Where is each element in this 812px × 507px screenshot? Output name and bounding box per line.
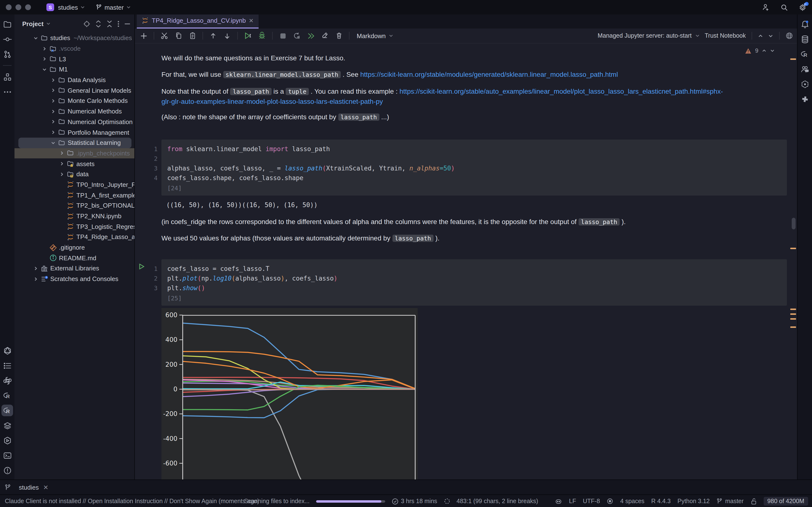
git-branch-widget[interactable]: master xyxy=(717,498,744,505)
branch-switcher[interactable]: master xyxy=(96,4,131,11)
todo-icon[interactable] xyxy=(1,360,13,371)
run-all-cells-button[interactable] xyxy=(306,31,316,41)
chevron-right-icon[interactable] xyxy=(32,266,40,271)
tree-item-tp2-knn-ipynb[interactable]: TP2_KNN.ipynb xyxy=(14,211,134,221)
clear-outputs-button[interactable] xyxy=(320,31,329,41)
stripe-mark[interactable] xyxy=(790,308,796,310)
stripe-mark[interactable] xyxy=(790,326,796,328)
window-minimize-button[interactable] xyxy=(15,4,21,10)
tree-item--ipynb-checkpoints[interactable]: .ipynb_checkpoints xyxy=(14,148,134,158)
window-zoom-button[interactable] xyxy=(25,4,31,10)
python-icon[interactable] xyxy=(1,375,13,386)
stripe-mark[interactable] xyxy=(790,318,796,320)
debug-cell-button[interactable] xyxy=(257,31,267,41)
rconsole-icon[interactable]: R xyxy=(1,390,13,401)
tree-item-external-libraries[interactable]: External Libraries xyxy=(14,263,134,274)
globe-icon[interactable] xyxy=(785,32,793,40)
tab-notebook[interactable]: TP4_Ridge_Lasso_and_CV.ipynb ✕ xyxy=(137,13,258,29)
indent-widget[interactable]: 4 spaces xyxy=(620,498,645,505)
chevron-right-icon[interactable] xyxy=(49,88,57,93)
chevron-right-icon[interactable] xyxy=(58,172,66,177)
run-cell-gutter-icon[interactable] xyxy=(138,263,145,270)
chevron-right-icon[interactable] xyxy=(49,119,57,124)
panel-title[interactable]: Project xyxy=(22,20,44,27)
stop-kernel-button[interactable] xyxy=(278,31,288,41)
tree-item-tp4-ridge-lasso-and-cv-ipynb[interactable]: TP4_Ridge_Lasso_and_CV.ipynb xyxy=(14,232,134,242)
tree-item--vscode[interactable]: .vscode xyxy=(14,43,134,54)
doc-link[interactable]: https://scikit-learn.org/stable/modules/… xyxy=(360,70,618,78)
background-tasks[interactable] xyxy=(444,498,450,505)
terminal-icon[interactable] xyxy=(1,450,13,461)
tree-item-tp0-intro-jupyter-python-ipynb[interactable]: TP0_Intro_Jupyter_Python.ipynb xyxy=(14,179,134,190)
tree-item-general-linear-models[interactable]: General Linear Models xyxy=(14,85,134,96)
tree-item-portfolio-management[interactable]: Portfolio Management xyxy=(14,127,134,137)
services-icon[interactable] xyxy=(1,435,13,446)
cut-cell-button[interactable] xyxy=(159,31,169,41)
code-cell[interactable]: 123 coefs_lasso = coefs_lasso.Tplt.plot(… xyxy=(161,259,787,306)
tree-item--gitignore[interactable]: .gitignore xyxy=(14,242,134,253)
graphql-icon[interactable] xyxy=(1,345,13,356)
time-tracker[interactable]: 3 hrs 18 mins xyxy=(391,498,437,505)
chevron-down-icon[interactable] xyxy=(41,67,48,72)
copy-cell-button[interactable] xyxy=(173,31,183,41)
editor-error-stripe[interactable] xyxy=(789,44,797,480)
tool-window-tab-studies[interactable]: studies ✕ xyxy=(19,484,48,491)
tab-close-icon[interactable]: ✕ xyxy=(249,17,254,24)
copilot-icon[interactable] xyxy=(555,498,562,505)
problems-icon[interactable] xyxy=(1,464,13,476)
chevron-right-icon[interactable] xyxy=(49,130,57,135)
stripe-mark[interactable] xyxy=(790,314,796,315)
chevron-right-icon[interactable] xyxy=(49,77,57,82)
next-cell-icon[interactable] xyxy=(768,33,773,38)
chevron-down-icon[interactable] xyxy=(32,36,40,41)
tree-item-numerical-optimisation[interactable]: Numerical Optimisation xyxy=(14,117,134,127)
chevron-right-icon[interactable] xyxy=(41,46,48,51)
chevron-right-icon[interactable] xyxy=(32,276,40,281)
line-ending-widget[interactable]: LF xyxy=(569,498,576,505)
chevron-right-icon[interactable] xyxy=(58,161,66,166)
run-cell-button[interactable] xyxy=(243,31,253,41)
tree-item-data[interactable]: data xyxy=(14,169,134,179)
restart-kernel-button[interactable] xyxy=(292,31,302,41)
unlocked-icon[interactable] xyxy=(750,498,757,505)
prev-cell-icon[interactable] xyxy=(758,33,763,38)
chevron-right-icon[interactable] xyxy=(58,151,66,156)
scrollbar-thumb[interactable] xyxy=(792,218,796,229)
tree-item-tp1-a-first-example-ipynb[interactable]: TP1_A_first_example.ipynb xyxy=(14,190,134,201)
expand-all-icon[interactable] xyxy=(95,20,101,27)
chevron-right-icon[interactable] xyxy=(41,56,48,61)
settings-gear-icon[interactable] xyxy=(798,2,807,12)
prev-warning-icon[interactable] xyxy=(762,48,767,53)
search-everywhere-button[interactable] xyxy=(779,2,789,12)
collab-icon[interactable] xyxy=(799,63,811,75)
plugins-icon[interactable] xyxy=(799,93,811,105)
tree-item-scratches-and-consoles[interactable]: Scratches and Consoles xyxy=(14,274,134,284)
next-warning-icon[interactable] xyxy=(770,48,775,53)
tree-item-assets[interactable]: assets xyxy=(14,159,134,169)
chevron-right-icon[interactable] xyxy=(49,109,57,114)
cell-type-dropdown[interactable]: Markdown xyxy=(357,32,394,39)
options-kebab-icon[interactable] xyxy=(117,20,119,27)
highlight-level-icon[interactable] xyxy=(607,498,614,505)
paste-cell-button[interactable] xyxy=(188,31,197,41)
structure-icon[interactable] xyxy=(1,71,13,82)
tab-close-icon[interactable]: ✕ xyxy=(43,484,48,491)
jupyter-server-selector[interactable]: Managed Jupyter server: auto-start xyxy=(598,32,700,39)
chevron-down-icon[interactable] xyxy=(49,140,57,145)
tree-item-l3[interactable]: L3 xyxy=(14,54,134,64)
trust-notebook-button[interactable]: Trust Notebook xyxy=(705,32,746,39)
stripe-mark[interactable] xyxy=(790,248,796,249)
commit-icon[interactable] xyxy=(1,33,13,45)
inspections-widget[interactable]: 9 xyxy=(745,47,775,54)
move-cell-down-button[interactable] xyxy=(222,31,232,41)
move-cell-up-button[interactable] xyxy=(208,31,218,41)
python-interpreter-widget[interactable]: Python 3.12 xyxy=(677,498,710,505)
hide-panel-icon[interactable] xyxy=(124,20,131,27)
tree-item-tp2-bis-optional-ipynb[interactable]: TP2_bis_OPTIONAL.ipynb xyxy=(14,201,134,211)
database-icon[interactable] xyxy=(799,33,811,45)
bell-icon[interactable] xyxy=(799,18,811,30)
rpackages-icon[interactable]: R xyxy=(799,48,811,60)
locate-file-icon[interactable] xyxy=(83,20,90,27)
memory-indicator[interactable]: 980 of 4200M xyxy=(763,497,808,506)
add-cell-button[interactable] xyxy=(139,31,148,41)
